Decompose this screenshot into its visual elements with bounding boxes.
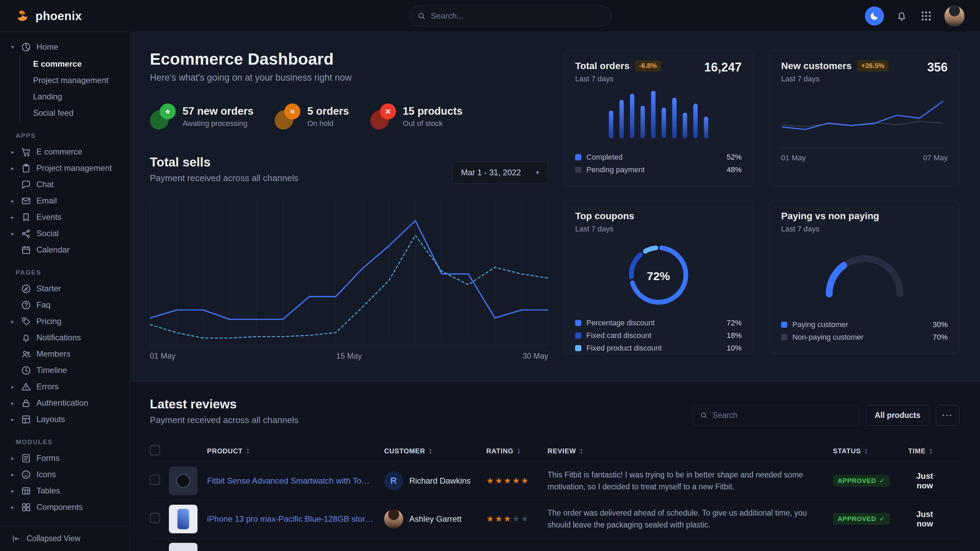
sidebar-item-label: Calendar xyxy=(37,245,70,254)
table-row[interactable] xyxy=(150,538,959,551)
reviews-search-input[interactable] xyxy=(713,411,852,420)
caret-right-icon: ▸ xyxy=(10,384,16,390)
sidebar-item-email[interactable]: ▸Email xyxy=(9,193,122,209)
column-header-status[interactable]: STATUS▲▼ xyxy=(833,447,905,455)
legend-swatch xyxy=(575,167,581,173)
stat-awating-processing: ★57 new ordersAwating processing xyxy=(150,103,253,129)
card-period: Last 7 days xyxy=(781,75,888,83)
warning-icon xyxy=(21,381,31,392)
caret-right-icon: ▸ xyxy=(10,165,16,171)
sidebar-item-e-commerce[interactable]: ▸E commerce xyxy=(9,144,122,160)
select-all-checkbox[interactable] xyxy=(150,445,160,456)
sidebar-item-calendar[interactable]: ▸Calendar xyxy=(9,241,122,258)
brand-logo[interactable]: phoenix xyxy=(15,8,82,24)
share-icon xyxy=(21,229,31,239)
pie-chart-icon xyxy=(21,42,31,52)
table-header-row: PRODUCT▲▼ CUSTOMER▲▼ RATING▲▼ REVIEW▲▼ S… xyxy=(150,440,959,462)
sidebar-item-errors[interactable]: ▸Errors xyxy=(9,378,122,395)
notifications-button[interactable] xyxy=(895,9,908,23)
x-axis-label: 01 May xyxy=(781,154,806,162)
sidebar-item-social[interactable]: ▸Social xyxy=(9,225,122,241)
user-avatar[interactable] xyxy=(944,5,965,27)
column-header-rating[interactable]: RATING▲▼ xyxy=(486,447,547,455)
caret-right-icon: ▸ xyxy=(10,214,16,221)
column-header-customer[interactable]: CUSTOMER▲▼ xyxy=(384,447,486,455)
legend-row: Fixed product discount10% xyxy=(575,342,741,354)
donut-center-value: 72% xyxy=(625,241,693,311)
sidebar-item-icons[interactable]: ▸Icons xyxy=(9,466,122,483)
sidebar-item-authentication[interactable]: ▸Authentication xyxy=(9,395,122,411)
sidebar-subitem-e-commerce[interactable]: E commerce xyxy=(33,56,122,72)
date-range-select[interactable]: Mar 1 - 31, 2022 ▾ xyxy=(452,162,548,183)
legend-value: 52% xyxy=(727,153,741,162)
lock-icon xyxy=(21,398,31,408)
table-icon xyxy=(21,486,31,496)
sidebar-item-members[interactable]: ▸Members xyxy=(9,346,122,362)
stat-value: 5 orders xyxy=(307,105,349,118)
grid-icon xyxy=(920,10,932,22)
compass-icon xyxy=(21,284,31,294)
sidebar-subitem-landing[interactable]: Landing xyxy=(33,89,122,105)
legend-swatch xyxy=(575,154,581,160)
sidebar-subitem-project-management[interactable]: Project management xyxy=(33,72,122,89)
sidebar-subitem-social-feed[interactable]: Social feed xyxy=(33,105,122,121)
caret-right-icon: ▸ xyxy=(10,230,16,237)
global-search[interactable] xyxy=(409,5,612,27)
apps-grid-button[interactable] xyxy=(920,9,933,23)
chat-icon xyxy=(21,179,31,190)
caret-right-icon: ▸ xyxy=(10,488,16,494)
latest-reviews-subtitle: Payment received across all channels xyxy=(150,415,298,426)
sidebar-item-chat[interactable]: ▸Chat xyxy=(9,176,122,193)
form-icon xyxy=(21,453,31,464)
sidebar-item-events[interactable]: ▸Events xyxy=(9,209,122,225)
sidebar-item-tables[interactable]: ▸Tables xyxy=(9,483,122,499)
sidebar-item-home[interactable]: ▾Home xyxy=(9,39,122,55)
rating-stars: ★★★★★ xyxy=(486,514,530,524)
sidebar-item-starter[interactable]: ▸Starter xyxy=(9,280,122,297)
collapsed-view-toggle[interactable]: Collapsed View xyxy=(0,526,130,551)
column-header-review[interactable]: REVIEW▲▼ xyxy=(547,447,833,455)
new-customers-value: 356 xyxy=(927,60,948,75)
reviews-search[interactable] xyxy=(693,405,859,426)
sidebar-item-project-management[interactable]: ▸Project management xyxy=(9,160,122,176)
sidebar-item-components[interactable]: ▸Components xyxy=(9,499,122,515)
row-checkbox[interactable] xyxy=(150,475,160,485)
sidebar-item-label: Email xyxy=(37,196,57,206)
global-search-input[interactable] xyxy=(431,11,603,21)
question-icon xyxy=(21,300,31,310)
product-thumbnail xyxy=(169,467,197,495)
sidebar-item-layouts[interactable]: ▸Layouts xyxy=(9,411,122,427)
more-options-button[interactable]: ··· xyxy=(936,405,959,426)
product-link[interactable]: iPhone 13 pro max-Pacific Blue-128GB sto… xyxy=(207,514,384,524)
sidebar-item-pricing[interactable]: ▸Pricing xyxy=(9,313,122,329)
sidebar-item-label: Social xyxy=(37,229,59,238)
sidebar-item-timeline[interactable]: ▸Timeline xyxy=(9,362,122,378)
card-period: Last 7 days xyxy=(575,75,661,83)
stat-label: Out of stock xyxy=(403,119,463,128)
legend-label: Non-paying customer xyxy=(792,333,864,342)
date-range-value: Mar 1 - 31, 2022 xyxy=(461,168,521,177)
column-header-product[interactable]: PRODUCT▲▼ xyxy=(207,447,384,455)
column-header-time[interactable]: TIME▲▼ xyxy=(905,447,959,455)
all-products-button[interactable]: All products xyxy=(865,405,930,426)
card-title: New customers xyxy=(781,60,852,71)
product-link[interactable]: Fitbit Sense Advanced Smartwatch with To… xyxy=(207,476,384,486)
brand-name: phoenix xyxy=(35,9,82,23)
sidebar-item-label: Pricing xyxy=(37,316,61,326)
legend-value: 18% xyxy=(727,331,741,340)
bell-icon xyxy=(896,10,908,22)
legend-value: 72% xyxy=(727,319,741,327)
sidebar-item-notifications[interactable]: ▸Notifications xyxy=(9,329,122,346)
row-checkbox[interactable] xyxy=(150,513,160,523)
table-row[interactable]: Fitbit Sense Advanced Smartwatch with To… xyxy=(150,462,959,500)
theme-toggle-button[interactable] xyxy=(865,6,884,25)
legend-value: 70% xyxy=(933,333,948,342)
table-row[interactable]: iPhone 13 pro max-Pacific Blue-128GB sto… xyxy=(150,500,959,538)
legend-row: Percentage discount72% xyxy=(575,316,741,329)
sidebar-item-faq[interactable]: ▸Faq xyxy=(9,297,122,313)
status-badge: APPROVED✓ xyxy=(833,513,890,525)
product-thumbnail xyxy=(169,505,197,533)
rating-stars: ★★★★★ xyxy=(486,476,530,485)
legend-value: 10% xyxy=(727,344,741,353)
sidebar-item-forms[interactable]: ▸Forms xyxy=(9,450,122,466)
